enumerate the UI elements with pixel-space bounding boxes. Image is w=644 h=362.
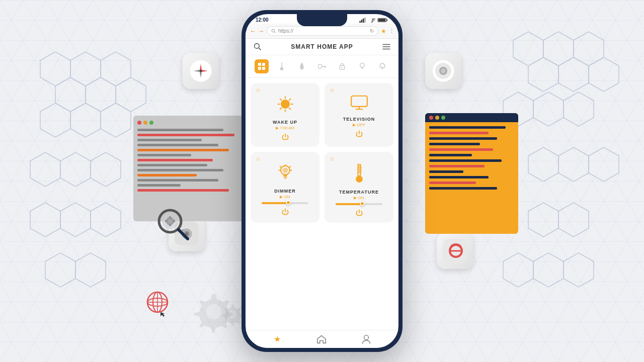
- svg-rect-86: [258, 63, 261, 66]
- svg-rect-59: [165, 220, 167, 222]
- wake-up-power[interactable]: [282, 133, 289, 142]
- svg-line-108: [289, 99, 291, 101]
- dimmer-title: DIMMER: [274, 189, 296, 194]
- code-line: [137, 129, 223, 131]
- forward-arrow[interactable]: →: [258, 27, 264, 35]
- svg-line-61: [179, 230, 188, 239]
- code-line: [137, 189, 229, 192]
- app-header: SMART HOME APP: [246, 39, 398, 55]
- more-options-icon[interactable]: ⋮: [389, 28, 394, 34]
- temperature-star[interactable]: ☆: [330, 156, 335, 162]
- dimmer-slider-thumb: [286, 200, 291, 205]
- svg-point-56: [168, 219, 172, 223]
- svg-point-101: [281, 100, 290, 109]
- svg-rect-73: [363, 18, 364, 22]
- code-line: [429, 148, 493, 151]
- nav-tab-grid[interactable]: [255, 59, 269, 73]
- bottom-nav-home[interactable]: [316, 335, 327, 344]
- code-line: [429, 182, 476, 184]
- signal-icon: [359, 18, 366, 23]
- svg-point-97: [342, 67, 343, 68]
- dot-red: [429, 116, 433, 120]
- app-title-bold: HOME APP: [317, 43, 353, 50]
- wake-up-star[interactable]: ☆: [256, 87, 261, 94]
- code-line: [429, 143, 480, 145]
- power-icon: [282, 208, 289, 215]
- phone-frame: 12:00: [242, 10, 403, 352]
- temperature-slider[interactable]: [336, 203, 383, 205]
- nav-tabs: [246, 55, 398, 78]
- ie-app-icon[interactable]: [437, 233, 473, 269]
- svg-rect-57: [169, 216, 171, 218]
- status-time: 12:00: [256, 17, 269, 23]
- dot-green: [441, 116, 445, 120]
- code-lines-right: [429, 126, 514, 190]
- menu-icon[interactable]: [382, 44, 390, 50]
- code-line: [137, 159, 213, 161]
- television-star[interactable]: ☆: [330, 87, 335, 94]
- code-line: [137, 149, 229, 151]
- dimmer-card[interactable]: ☆: [251, 152, 319, 223]
- temperature-title: TEMPERATURE: [339, 190, 379, 195]
- code-line: [429, 159, 502, 162]
- svg-point-40: [200, 70, 202, 72]
- browser-arrows[interactable]: ← →: [250, 27, 264, 35]
- dimmer-icon: [277, 164, 294, 186]
- television-card[interactable]: ☆ TELEVISION ▶ OFF: [325, 83, 393, 147]
- svg-point-98: [360, 63, 365, 68]
- nav-tab-key[interactable]: [315, 59, 329, 73]
- svg-point-75: [371, 22, 372, 23]
- refresh-icon[interactable]: ↻: [370, 28, 374, 34]
- chrome-app-icon[interactable]: [425, 53, 461, 89]
- television-power[interactable]: [356, 130, 363, 139]
- code-line: [137, 179, 218, 182]
- bookmark-star-icon[interactable]: ★: [381, 28, 386, 35]
- dot-yellow: [143, 121, 147, 125]
- safari-app-icon[interactable]: [183, 53, 219, 89]
- svg-point-44: [441, 68, 446, 73]
- svg-line-106: [280, 99, 282, 101]
- svg-point-121: [282, 167, 288, 173]
- temperature-power[interactable]: [356, 209, 363, 218]
- code-line: [137, 164, 207, 166]
- svg-point-81: [255, 44, 260, 49]
- search-icon: [271, 29, 276, 34]
- status-icons: [359, 18, 388, 23]
- dimmer-slider[interactable]: [262, 202, 309, 204]
- svg-rect-72: [361, 20, 363, 23]
- code-line: [429, 137, 497, 140]
- television-title: TELEVISION: [343, 117, 375, 122]
- wake-up-card[interactable]: ☆ WAKE: [251, 83, 319, 147]
- temperature-card[interactable]: ☆ TEMPERATURE: [325, 152, 393, 223]
- dimmer-star[interactable]: ☆: [256, 156, 261, 162]
- nav-tab-light[interactable]: [355, 59, 369, 73]
- nav-tab-bell[interactable]: [375, 59, 389, 73]
- svg-point-91: [280, 67, 283, 70]
- bottom-nav-profile[interactable]: [362, 335, 370, 344]
- bulb-tab-icon: [360, 62, 365, 70]
- svg-line-107: [289, 108, 291, 110]
- lock-tab-icon: [339, 63, 345, 70]
- svg-rect-71: [359, 21, 361, 22]
- code-line: [137, 174, 197, 176]
- nav-tab-lock[interactable]: [335, 59, 349, 73]
- svg-rect-87: [262, 63, 265, 66]
- code-line: [429, 154, 472, 156]
- svg-rect-58: [169, 224, 171, 226]
- code-line: [137, 134, 234, 136]
- nav-tab-temp[interactable]: [275, 59, 289, 73]
- dimmer-power[interactable]: [282, 208, 289, 217]
- search-header-icon[interactable]: [254, 43, 262, 51]
- nav-tab-water[interactable]: [295, 59, 309, 73]
- svg-rect-99: [361, 67, 363, 68]
- back-arrow[interactable]: ←: [250, 27, 256, 35]
- url-bar[interactable]: https:// ↻: [267, 26, 378, 36]
- bottom-nav-favorites[interactable]: ★: [274, 334, 281, 344]
- svg-line-82: [259, 48, 261, 50]
- svg-rect-123: [358, 165, 360, 173]
- code-line: [137, 139, 202, 141]
- code-line: [429, 165, 485, 167]
- television-icon: [350, 95, 368, 114]
- svg-point-69: [228, 310, 237, 319]
- code-line: [429, 176, 489, 178]
